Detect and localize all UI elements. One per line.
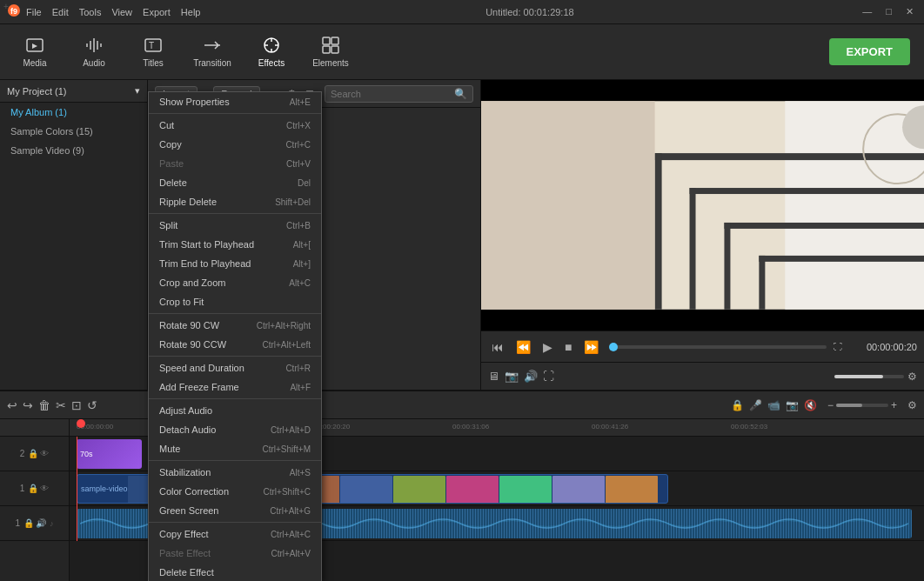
- redo-icon[interactable]: ↪: [23, 398, 33, 412]
- menu-show-properties[interactable]: Show Properties Alt+E: [149, 92, 321, 111]
- preview-image: [481, 80, 924, 331]
- menu-help[interactable]: Help: [181, 7, 201, 17]
- clip-thumb: [499, 476, 552, 504]
- track-headers: 2 🔒 👁 + 1 🔒 👁 1 🔒 🔊: [0, 419, 70, 581]
- rewind-button[interactable]: ⏮: [488, 338, 507, 356]
- project-header[interactable]: My Project (1) ▾: [0, 80, 147, 103]
- menu-freeze-frame[interactable]: Add Freeze Frame Alt+F: [149, 377, 321, 397]
- minimize-button[interactable]: —: [859, 6, 875, 17]
- volume-bar[interactable]: [834, 375, 904, 378]
- camera2-icon[interactable]: 📹: [767, 399, 780, 411]
- menu-stabilization[interactable]: Stabilization Alt+S: [149, 463, 321, 482]
- menu-delete[interactable]: Delete Del: [149, 173, 321, 192]
- menu-export[interactable]: Export: [143, 7, 171, 17]
- camera-icon[interactable]: 📷: [505, 370, 519, 383]
- menu-trim-start[interactable]: Trim Start to Playhead Alt+[: [149, 235, 321, 254]
- menu-trim-end[interactable]: Trim End to Playhead Alt+]: [149, 254, 321, 273]
- maximize-button[interactable]: □: [882, 6, 895, 17]
- sidebar-item-sample-colors[interactable]: Sample Colors (15): [0, 122, 147, 141]
- zoom-in-icon[interactable]: +: [891, 399, 897, 411]
- playback-bar[interactable]: [609, 345, 827, 349]
- timeline-toolbar: ↩ ↪ 🗑 ✂ ⊡ ↺ 🔒 🎤 📹 📷 🔇 − + ⚙: [0, 391, 924, 419]
- menu-view[interactable]: View: [111, 7, 132, 17]
- clip-thumb: [340, 476, 392, 504]
- track-icons-audio: 🔒 🔊: [23, 518, 46, 528]
- menu-green-screen[interactable]: Green Screen Ctrl+Alt+G: [149, 501, 321, 520]
- menu-crop-zoom[interactable]: Crop and Zoom Alt+C: [149, 273, 321, 292]
- track-eye-icon[interactable]: 👁: [40, 449, 49, 458]
- transition-tool[interactable]: Transition: [184, 28, 240, 77]
- export-button[interactable]: EXPORT: [829, 38, 910, 65]
- menu-adjust-audio[interactable]: Adjust Audio: [149, 401, 321, 420]
- volume-icon[interactable]: 🔊: [524, 370, 538, 383]
- menu-tools[interactable]: Tools: [79, 7, 102, 17]
- menu-paste[interactable]: Paste Ctrl+V: [149, 154, 321, 173]
- stop-button[interactable]: ■: [561, 338, 575, 356]
- restore-icon[interactable]: ↺: [87, 398, 97, 412]
- menu-file[interactable]: File: [26, 7, 42, 17]
- delete-icon[interactable]: 🗑: [38, 398, 50, 412]
- menu-separator-5: [149, 398, 321, 399]
- settings-icon[interactable]: ⚙: [907, 371, 917, 383]
- track-eye-icon2[interactable]: 👁: [40, 484, 49, 493]
- titles-tool[interactable]: T Titles: [125, 28, 181, 77]
- undo-icon[interactable]: ↩: [7, 398, 17, 412]
- menu-rotate-cw[interactable]: Rotate 90 CW Ctrl+Alt+Right: [149, 316, 321, 335]
- menu-delete-effect[interactable]: Delete Effect: [149, 563, 321, 581]
- play-button[interactable]: ▶: [539, 338, 556, 356]
- menu-copy[interactable]: Copy Ctrl+C: [149, 135, 321, 154]
- mic-icon[interactable]: 🎤: [749, 399, 762, 411]
- media-tool[interactable]: Media: [7, 28, 63, 77]
- menu-copy-effect[interactable]: Copy Effect Ctrl+Alt+C: [149, 524, 321, 544]
- search-box: 🔍: [325, 85, 473, 103]
- menu-speed-duration[interactable]: Speed and Duration Ctrl+R: [149, 358, 321, 377]
- zoom-out-icon[interactable]: −: [827, 399, 834, 411]
- volume-level: [834, 375, 883, 378]
- track-lock-icon3[interactable]: 🔒: [23, 518, 34, 528]
- snapshot-icon[interactable]: 📷: [786, 399, 799, 411]
- ruler-mark-3: 00:00:31:06: [452, 423, 489, 431]
- menu-split[interactable]: Split Ctrl+B: [149, 216, 321, 235]
- menu-separator-7: [149, 522, 321, 523]
- close-button[interactable]: ✕: [902, 6, 917, 17]
- settings2-icon[interactable]: ⚙: [907, 399, 917, 411]
- svg-text:T: T: [149, 41, 154, 50]
- menu-cut[interactable]: Cut Ctrl+X: [149, 116, 321, 135]
- menu-mute[interactable]: Mute Ctrl+Shift+M: [149, 439, 321, 458]
- track-lock-icon2[interactable]: 🔒: [28, 484, 38, 493]
- step-forward-button[interactable]: ⏩: [580, 338, 602, 356]
- screen-icon[interactable]: 🖥: [488, 370, 499, 383]
- fullscreen-icon[interactable]: ⛶: [834, 342, 842, 351]
- audio-tool[interactable]: Audio: [66, 28, 122, 77]
- mute2-icon[interactable]: 🔇: [804, 399, 817, 411]
- menu-color-correction[interactable]: Color Correction Ctrl+Shift+C: [149, 482, 321, 501]
- track-header-video1: 1 🔒 👁: [0, 471, 70, 506]
- menu-detach-audio[interactable]: Detach Audio Ctrl+Alt+D: [149, 420, 321, 439]
- track-mute-icon[interactable]: 🔊: [36, 518, 46, 528]
- step-back-button[interactable]: ⏪: [512, 338, 534, 356]
- menu-paste-effect[interactable]: Paste Effect Ctrl+Alt+V: [149, 544, 321, 563]
- menu-item-shortcut: Alt+E: [290, 97, 311, 107]
- search-icon[interactable]: 🔍: [454, 88, 467, 100]
- crop-icon[interactable]: ⊡: [71, 398, 82, 412]
- search-input[interactable]: [331, 89, 451, 99]
- ruler-mark-5: 00:00:52:03: [731, 423, 767, 431]
- sidebar-item-sample-video[interactable]: Sample Video (9): [0, 141, 147, 160]
- svg-rect-16: [655, 153, 662, 310]
- track-lock-icon[interactable]: 🔒: [28, 449, 38, 458]
- menu-edit[interactable]: Edit: [52, 7, 69, 17]
- menu-separator-2: [149, 213, 321, 214]
- menu-ripple-delete[interactable]: Ripple Delete Shift+Del: [149, 192, 321, 211]
- menu-rotate-ccw[interactable]: Rotate 90 CCW Ctrl+Alt+Left: [149, 335, 321, 354]
- playback-knob[interactable]: [609, 343, 618, 351]
- zoom-bar[interactable]: [836, 404, 888, 407]
- cut-icon[interactable]: ✂: [56, 398, 66, 412]
- clip-70s[interactable]: 70s: [77, 439, 142, 469]
- lock-icon[interactable]: 🔒: [731, 399, 744, 411]
- effects-tool[interactable]: Effects: [244, 28, 299, 77]
- menu-crop-fit[interactable]: Crop to Fit: [149, 292, 321, 311]
- sidebar-item-my-album[interactable]: My Album (1): [0, 103, 147, 122]
- elements-tool[interactable]: Elements: [303, 28, 358, 77]
- title-bar: f9 File Edit Tools View Export Help Unti…: [0, 0, 924, 24]
- expand-icon[interactable]: ⛶: [543, 370, 554, 383]
